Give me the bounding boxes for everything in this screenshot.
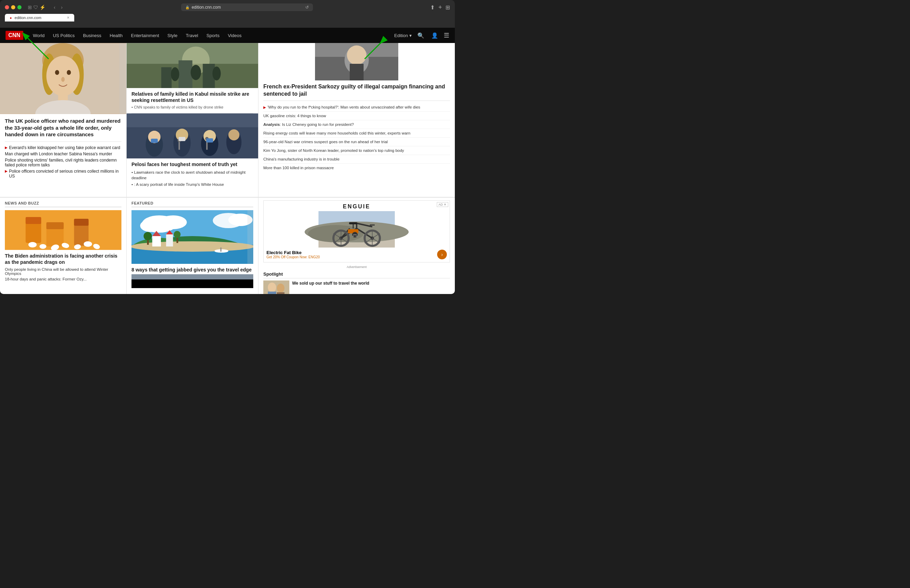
- svg-point-118: [268, 283, 276, 292]
- ad-label: Advertisement: [263, 265, 450, 269]
- account-icon[interactable]: 👤: [430, 31, 440, 40]
- bottom-left-sub-2[interactable]: 18-hour days and panic attacks: Former O…: [5, 277, 121, 281]
- video-icon-3: ▶: [263, 105, 266, 110]
- center-headline-1[interactable]: Relatives of family killed in Kabul miss…: [131, 91, 253, 103]
- new-tab-icon[interactable]: +: [438, 4, 442, 11]
- nav-health[interactable]: Health: [105, 28, 127, 43]
- sarkozy-image: [259, 43, 455, 81]
- left-article: The UK police officer who raped and murd…: [0, 114, 126, 183]
- bottom-left: News and buzz: [0, 198, 126, 294]
- bottom-right: AD ✕ ENGUIE: [259, 198, 455, 294]
- search-icon[interactable]: 🔍: [416, 31, 426, 40]
- bullet-icon-1: •: [131, 105, 134, 109]
- bottom-section: News and buzz: [0, 197, 455, 294]
- right-link-5[interactable]: 96-year-old Nazi war crimes suspect goes…: [263, 139, 450, 146]
- right-link-4[interactable]: Rising energy costs will leave many more…: [263, 130, 450, 137]
- left-column: The UK police officer who raped and murd…: [0, 43, 126, 197]
- right-link-7[interactable]: China's manufacturing industry is in tro…: [263, 157, 450, 164]
- center-column: Relatives of family killed in Kabul miss…: [126, 43, 259, 197]
- svg-point-56: [40, 244, 47, 249]
- svg-point-35: [228, 129, 240, 141]
- maximize-button[interactable]: [17, 5, 21, 10]
- cnn-logo[interactable]: CNN: [6, 31, 23, 40]
- ad-close[interactable]: AD ✕: [437, 202, 448, 207]
- forward-button[interactable]: ›: [60, 4, 64, 11]
- spotlight-label: Spotlight: [263, 271, 450, 278]
- left-link-3[interactable]: Police shooting victims' families, civil…: [5, 158, 121, 168]
- nav-world[interactable]: World: [29, 28, 49, 43]
- pills-image: [5, 210, 121, 250]
- video-icon-2: ▶: [5, 169, 8, 173]
- lock-icon: 🔒: [185, 6, 189, 10]
- left-link-4[interactable]: ▶ Police officers convicted of serious c…: [5, 169, 121, 179]
- right-link-1[interactable]: ▶ 'Why do you run to the f*cking hospita…: [263, 104, 450, 111]
- right-link-2[interactable]: UK gasoline crisis: 4 things to know: [263, 113, 450, 120]
- right-link-8[interactable]: More than 100 killed in prison massacre: [263, 165, 450, 171]
- nav-entertainment[interactable]: Entertainment: [127, 28, 164, 43]
- featured-sub-image: [131, 274, 253, 288]
- bottom-left-headline[interactable]: The Biden administration is facing anoth…: [5, 253, 121, 265]
- svg-rect-75: [166, 234, 173, 247]
- bottom-left-sub-1[interactable]: Only people living in China will be allo…: [5, 267, 121, 276]
- nav-videos[interactable]: Videos: [224, 28, 246, 43]
- svg-point-72: [131, 241, 253, 252]
- grid-icon[interactable]: ⊞: [445, 4, 450, 11]
- right-column: French ex-President Sarkozy guilty of il…: [259, 43, 455, 197]
- tab-close[interactable]: ×: [67, 15, 70, 20]
- svg-point-25: [212, 66, 221, 81]
- ad-brand: ENGUIE: [266, 204, 447, 210]
- svg-rect-20: [161, 67, 172, 88]
- featured-label: Featured: [131, 201, 253, 207]
- news-buzz-label: News and buzz: [5, 201, 121, 207]
- svg-point-12: [66, 70, 71, 75]
- svg-rect-121: [277, 292, 285, 294]
- center-headline-2[interactable]: Pelosi faces her toughest moment of trut…: [131, 161, 253, 168]
- svg-rect-109: [349, 222, 357, 224]
- spotlight-image: [263, 281, 289, 294]
- close-button[interactable]: [5, 5, 9, 10]
- address-bar[interactable]: 🔒 edition.cnn.com ↺: [181, 3, 313, 11]
- left-link-1[interactable]: ▶ Everard's killer kidnapped her using f…: [5, 145, 121, 150]
- menu-icon[interactable]: ☰: [444, 32, 449, 39]
- refresh-button[interactable]: ↺: [305, 5, 309, 10]
- svg-rect-50: [26, 217, 41, 224]
- featured-headline[interactable]: 8 ways that getting jabbed gives you the…: [131, 267, 253, 273]
- left-headline[interactable]: The UK police officer who raped and murd…: [5, 118, 121, 138]
- svg-point-119: [277, 284, 285, 292]
- url-display: edition.cnn.com: [191, 5, 221, 10]
- right-link-3[interactable]: Analysis: Is Liz Cheney going to run for…: [263, 122, 450, 129]
- svg-rect-47: [350, 64, 364, 81]
- spotlight-item[interactable]: We sold up our stuff to travel the world: [263, 281, 450, 294]
- svg-rect-73: [152, 236, 161, 247]
- svg-rect-83: [247, 210, 253, 264]
- right-main-headline[interactable]: French ex-President Sarkozy guilty of il…: [263, 83, 450, 98]
- right-link-6[interactable]: Kim Yo Jong, sister of North Korean lead…: [263, 148, 450, 155]
- spotlight-section: Spotlight: [263, 271, 450, 294]
- right-content: French ex-President Sarkozy guilty of il…: [259, 81, 455, 175]
- nav-style[interactable]: Style: [164, 28, 182, 43]
- svg-point-10: [47, 56, 80, 96]
- equalizer-icon: ⚡: [40, 5, 45, 10]
- minimize-button[interactable]: [11, 5, 15, 10]
- back-button[interactable]: ‹: [52, 4, 57, 11]
- nav-travel[interactable]: Travel: [181, 28, 202, 43]
- center-article-2: Pelosi faces her toughest moment of trut…: [126, 158, 258, 191]
- spotlight-text: We sold up our stuff to travel the world: [292, 281, 369, 294]
- nav-business[interactable]: Business: [79, 28, 105, 43]
- ad-cta: Electric Fat Bike Get 20% Off Coupon Now…: [266, 250, 447, 259]
- left-link-2[interactable]: Man charged with London teacher Sabina N…: [5, 152, 121, 157]
- svg-rect-40: [151, 139, 158, 143]
- advertisement: AD ✕ ENGUIE: [263, 200, 450, 262]
- nav-right: Edition ▾ 🔍 👤 ☰: [394, 31, 449, 40]
- svg-point-11: [55, 70, 59, 75]
- nav-us-politics[interactable]: US Politics: [49, 28, 79, 43]
- tab-title: edition.cnn.com: [15, 16, 41, 20]
- ad-cta-button[interactable]: ›: [437, 250, 447, 259]
- share-icon[interactable]: ⬆: [430, 4, 435, 11]
- right-links: ▶ 'Why do you run to the f*cking hospita…: [263, 100, 450, 171]
- svg-rect-85: [131, 279, 253, 288]
- svg-point-13: [62, 77, 65, 82]
- edition-selector[interactable]: Edition ▾: [394, 33, 412, 38]
- svg-rect-36: [179, 141, 180, 150]
- nav-sports[interactable]: Sports: [202, 28, 224, 43]
